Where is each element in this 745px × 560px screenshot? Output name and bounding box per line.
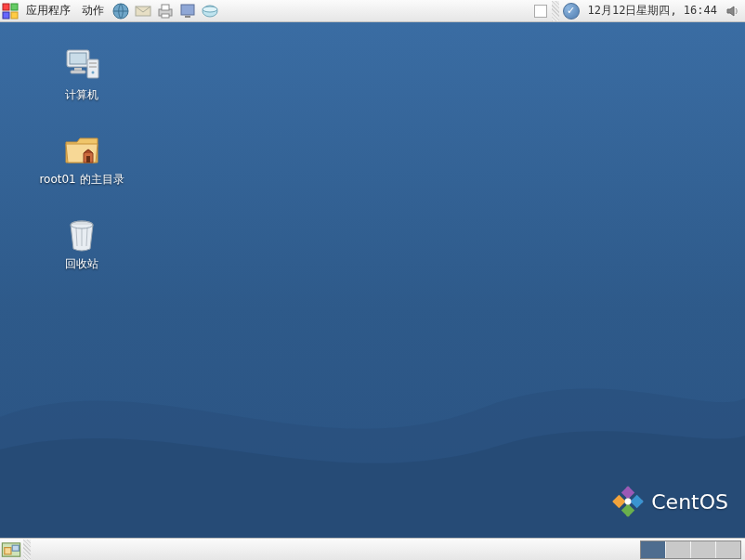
- applications-menu[interactable]: 应用程序: [20, 0, 76, 21]
- launcher-print-icon[interactable]: [154, 0, 176, 22]
- desktop[interactable]: CentOS 计算机 root01 的: [0, 22, 745, 538]
- show-desktop-button[interactable]: [0, 539, 22, 561]
- desktop-icon-home-label: root01 的主目录: [39, 172, 124, 188]
- desktop-icon-trash-label: 回收站: [65, 256, 98, 272]
- centos-logo-icon: [612, 486, 644, 517]
- centos-brand-label: CentOS: [651, 490, 728, 514]
- workspace-1[interactable]: [641, 541, 665, 558]
- centos-brand: CentOS: [612, 486, 728, 517]
- svg-rect-19: [70, 53, 86, 64]
- applications-menu-label: 应用程序: [26, 3, 71, 19]
- update-notifier-icon[interactable]: [563, 3, 580, 20]
- svg-rect-30: [5, 547, 11, 553]
- workspace-4[interactable]: [716, 541, 740, 558]
- actions-menu-label: 动作: [82, 3, 104, 19]
- svg-rect-13: [621, 486, 634, 499]
- top-panel: 应用程序 动作 12月12日星期四, 16:44: [0, 0, 745, 22]
- computer-icon: [63, 48, 100, 84]
- launcher-web-icon[interactable]: [110, 0, 132, 22]
- panel-grip-icon: [552, 1, 559, 21]
- svg-rect-31: [12, 545, 19, 551]
- home-folder-icon: [63, 133, 100, 168]
- desktop-icon-trash[interactable]: 回收站: [37, 217, 126, 272]
- launcher-mail-icon[interactable]: [132, 0, 154, 22]
- svg-rect-15: [612, 495, 625, 508]
- svg-point-12: [203, 7, 217, 12]
- desktop-icon-computer[interactable]: 计算机: [37, 48, 126, 103]
- svg-rect-10: [185, 16, 190, 18]
- panel-grip-bottom-icon: [23, 540, 31, 560]
- svg-rect-14: [631, 495, 644, 508]
- svg-rect-24: [89, 66, 97, 68]
- show-desktop-icon: [0, 539, 22, 561]
- svg-rect-23: [89, 62, 97, 64]
- svg-point-25: [92, 72, 95, 74]
- svg-rect-1: [11, 4, 18, 10]
- svg-point-17: [625, 499, 632, 505]
- desktop-icon-computer-label: 计算机: [65, 87, 98, 103]
- main-menu-icon[interactable]: [2, 3, 19, 20]
- desktop-icon-home[interactable]: root01 的主目录: [37, 133, 126, 188]
- clock[interactable]: 12月12日星期四, 16:44: [582, 3, 723, 19]
- svg-rect-0: [3, 4, 9, 10]
- svg-rect-9: [181, 5, 194, 15]
- desktop-icons: 计算机 root01 的主目录 回收站: [37, 48, 126, 272]
- volume-icon[interactable]: [725, 4, 740, 19]
- svg-rect-21: [71, 71, 85, 73]
- svg-rect-8: [162, 14, 169, 18]
- svg-rect-16: [621, 503, 634, 516]
- svg-rect-26: [86, 156, 90, 163]
- trash-icon: [63, 217, 100, 253]
- launcher-monitor-icon[interactable]: [176, 0, 199, 22]
- svg-rect-3: [11, 12, 18, 19]
- launcher-terminal-icon[interactable]: [199, 0, 221, 22]
- workspace-pager[interactable]: [640, 540, 741, 559]
- actions-menu[interactable]: 动作: [76, 0, 110, 21]
- svg-rect-7: [162, 5, 169, 10]
- workspace-3[interactable]: [691, 541, 715, 558]
- bottom-panel: [0, 538, 745, 560]
- workspace-2[interactable]: [666, 541, 690, 558]
- panel-right: 12月12日星期四, 16:44: [534, 0, 745, 21]
- clock-label: 12月12日星期四, 16:44: [588, 4, 717, 17]
- panel-left: 应用程序 动作: [0, 0, 221, 21]
- svg-rect-2: [3, 12, 9, 19]
- tray-applet-icon[interactable]: [534, 5, 547, 18]
